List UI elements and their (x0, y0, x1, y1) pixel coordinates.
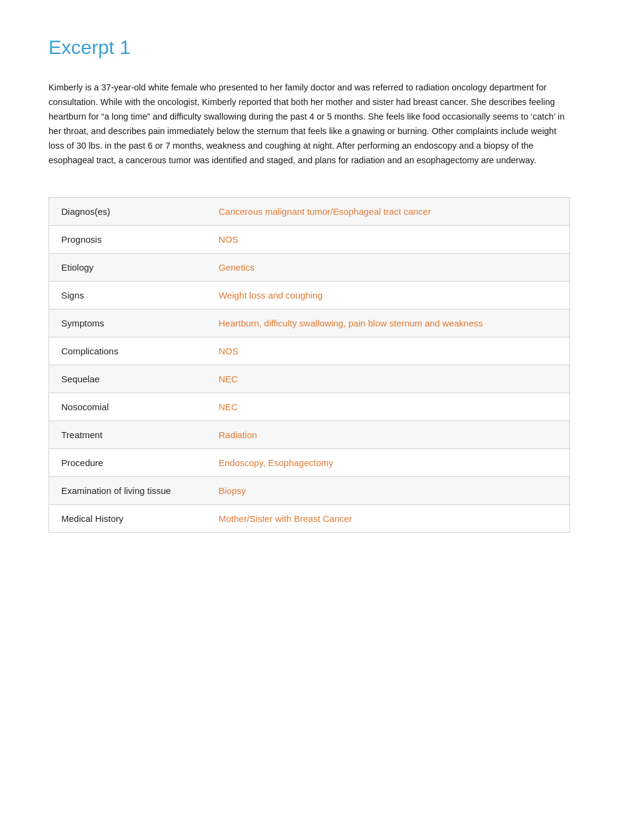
row-label: Nosocomial (49, 393, 207, 421)
table-row: SignsWeight loss and coughing (49, 281, 570, 309)
table-row: ProcedureEndoscopy, Esophagectomy (49, 448, 570, 476)
row-label: Treatment (49, 421, 207, 448)
page-title: Excerpt 1 (49, 36, 595, 59)
table-row: ComplicationsNOS (49, 337, 570, 365)
table-row: PrognosisNOS (49, 225, 570, 253)
row-label: Symptoms (49, 309, 207, 337)
row-value: NEC (207, 393, 570, 421)
table-row: Medical HistoryMother/Sister with Breast… (49, 504, 570, 532)
table-row: NosocomialNEC (49, 393, 570, 421)
row-label: Etiology (49, 253, 207, 281)
row-value: Weight loss and coughing (207, 281, 570, 309)
table-row: SymptomsHeartburn, difficulty swallowing… (49, 309, 570, 337)
row-value: NOS (207, 337, 570, 365)
row-value: Mother/Sister with Breast Cancer (207, 504, 570, 532)
row-label: Complications (49, 337, 207, 365)
row-label: Sequelae (49, 365, 207, 393)
row-label: Signs (49, 281, 207, 309)
excerpt-paragraph: Kimberly is a 37-year-old white female w… (49, 81, 570, 168)
row-label: Procedure (49, 448, 207, 476)
table-row: Examination of living tissueBiopsy (49, 476, 570, 504)
table-row: TreatmentRadiation (49, 421, 570, 448)
row-label: Medical History (49, 504, 207, 532)
row-value: Endoscopy, Esophagectomy (207, 448, 570, 476)
row-value: Radiation (207, 421, 570, 448)
row-value: Heartburn, difficulty swallowing, pain b… (207, 309, 570, 337)
table-row: SequelaeNEC (49, 365, 570, 393)
data-table: Diagnos(es)Cancerous malignant tumor/Eso… (49, 197, 570, 533)
row-label: Prognosis (49, 225, 207, 253)
table-row: EtiologyGenetics (49, 253, 570, 281)
row-value: NEC (207, 365, 570, 393)
row-value: Genetics (207, 253, 570, 281)
row-value: Cancerous malignant tumor/Esophageal tra… (207, 197, 570, 225)
row-label: Examination of living tissue (49, 476, 207, 504)
table-row: Diagnos(es)Cancerous malignant tumor/Eso… (49, 197, 570, 225)
row-value: NOS (207, 225, 570, 253)
row-value: Biopsy (207, 476, 570, 504)
row-label: Diagnos(es) (49, 197, 207, 225)
